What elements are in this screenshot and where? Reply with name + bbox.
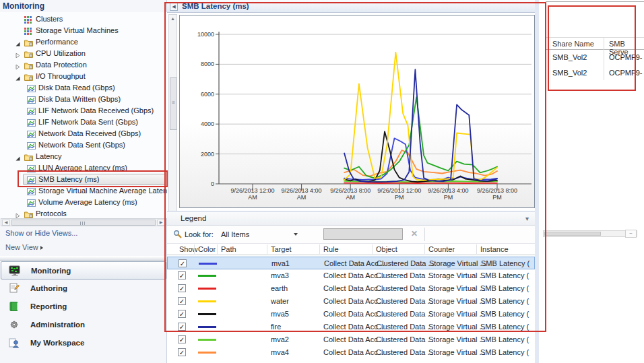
dropdown-arrow-icon[interactable] [294,233,298,236]
show-checkbox[interactable]: ✓ [178,284,186,292]
tree-item-lun-average-latency-ms[interactable]: LUN Average Latency (ms) [0,162,167,174]
chart-icon [27,165,36,172]
main-scrollbar-thumb[interactable]: ≡ [170,77,177,130]
tree-item-cpu-utilization[interactable]: CPU Utilization [0,48,167,59]
share-table-header: Share Name SMB Serve [546,37,644,50]
tree-item-disk-data-written-gbps[interactable]: Disk Data Written (Gbps) [0,94,167,105]
tree-horizontal-scrollbar[interactable]: ◀ ▶ [1,218,166,226]
tree-item-storage-virtual-machine-average-latency-ms[interactable]: Storage Virtual Machine Average Latency … [0,185,167,197]
workspace-button-authoring[interactable]: Authoring [1,279,166,298]
series-color-swatch [198,313,216,315]
legend-column-counter[interactable]: Counter [428,245,455,253]
legend-column-target[interactable]: Target [271,245,292,253]
tree-item-label: Disk Data Read (Gbps) [38,82,115,94]
tree-expanded-arrow-icon[interactable] [15,156,21,162]
legend-row-earth[interactable]: ✓earthCollect Data Acc...Clustered Data … [167,282,535,295]
details-scrollbar-thumb[interactable] [544,232,601,236]
legend-column-object[interactable]: Object [376,245,397,253]
legend-row-water[interactable]: ✓waterCollect Data Acc...Clustered Data … [167,295,535,308]
cell-rule: Collect Data Acc... [323,271,384,279]
filter-text-input[interactable] [323,228,403,240]
share-table-row[interactable]: SMB_Vol2OCPMF9- [546,51,644,66]
series-color-swatch [198,288,216,290]
tree-item-label: Latency [36,151,62,162]
legend-column-rule[interactable]: Rule [323,245,339,253]
tree-expanded-arrow-icon[interactable] [15,41,21,47]
tree-item-label: Network Data Sent (Gbps) [38,139,125,151]
tree-item-label: I/O Throughput [36,71,86,82]
legend-column-path[interactable]: Path [221,245,236,253]
workspace-button-reporting[interactable]: Reporting [1,298,166,316]
legend-row-mva1[interactable]: ✓mva1Collect Data Acc...Clustered Data .… [167,257,535,269]
pane-resize-button[interactable]: − [625,230,637,238]
clear-filter-icon[interactable]: ✕ [411,229,418,238]
legend-row-mva3[interactable]: ✓mva3Collect Data Acc...Clustered Data .… [167,269,535,282]
workspace-button-my-workspace[interactable]: My Workspace [1,334,166,352]
legend-header-bar[interactable]: Legend ▾ [167,211,535,226]
series-color-swatch [198,326,216,328]
legend-column-color[interactable]: Color [198,245,216,253]
chevron-down-icon[interactable]: ▾ [525,215,529,222]
tree-item-lif-network-data-received-gbps[interactable]: LIF Network Data Received (Gbps) [0,105,167,117]
series-color-swatch [199,263,217,265]
folder-icon [24,211,33,218]
cell-counter: Storage Virtual ... [428,323,486,331]
new-view-link[interactable]: New View [5,243,43,251]
svg-text:AM: AM [346,194,355,201]
tree-collapsed-arrow-icon[interactable] [15,53,21,59]
scroll-right-arrow-icon[interactable]: ▶ [157,220,165,226]
toolbar-separator [424,228,425,241]
smb-server-cell: OCPMF9- [609,53,643,61]
workspace-button-monitoring[interactable]: Monitoring [1,261,166,279]
legend-column-show[interactable]: Show [179,245,198,253]
show-checkbox[interactable]: ✓ [178,297,186,305]
main-vertical-scrollbar[interactable]: ▲ ≡ ▼ [168,14,177,219]
tree-item-lif-network-data-sent-gbps[interactable]: LIF Network Data Sent (Gbps) [0,117,167,128]
show-checkbox[interactable]: ✓ [178,348,186,356]
tree-item-performance[interactable]: Performance [0,36,167,48]
svg-text:2000: 2000 [201,151,214,158]
scroll-up-arrow-icon[interactable]: ▲ [169,16,176,21]
tree-scrollbar-thumb[interactable] [11,220,156,226]
show-or-hide-views-link[interactable]: Show or Hide Views... [5,229,77,237]
workspace-button-administration[interactable]: Administration [1,316,166,334]
cell-counter: Storage Virtual ... [428,310,486,318]
tree-item-storage-virtual-machines[interactable]: Storage Virtual Machines [0,25,167,36]
collapse-pane-button[interactable]: ◀ [170,2,178,11]
legend-column-instance[interactable]: Instance [480,245,509,253]
show-checkbox[interactable]: ✓ [178,271,186,279]
tree-item-i-o-throughput[interactable]: I/O Throughput [0,71,167,82]
show-checkbox[interactable]: ✓ [178,335,186,343]
cell-object: Clustered Data ... [376,284,434,292]
pane-splitter[interactable] [0,256,166,261]
tree-expanded-arrow-icon[interactable] [15,75,21,81]
show-checkbox[interactable]: ✓ [178,323,186,331]
share-name-column-header[interactable]: Share Name [552,40,594,48]
details-horizontal-scrollbar[interactable] [543,230,637,237]
tree-item-network-data-received-gbps[interactable]: Network Data Received (Gbps) [0,128,167,139]
legend-row-mva2[interactable]: ✓mva2Collect Data Acc...Clustered Data .… [167,333,535,346]
show-checkbox[interactable]: ✓ [179,259,187,267]
submenu-arrow-icon [40,246,43,250]
tree-item-volume-average-latency-ms[interactable]: Volume Average Latency (ms) [0,197,167,208]
tree-item-clusters[interactable]: Clusters [0,13,167,25]
legend-row-mva4[interactable]: ✓mva4Collect Data Acc...Clustered Data .… [167,346,535,359]
show-checkbox[interactable]: ✓ [178,310,186,318]
tree-item-data-protection[interactable]: Data Protection [0,59,167,71]
tree-item-network-data-sent-gbps[interactable]: Network Data Sent (Gbps) [0,139,167,151]
column-divider [372,244,373,254]
tree-item-latency[interactable]: Latency [0,151,167,162]
chart-icon [27,85,36,92]
tree-item-disk-data-read-gbps[interactable]: Disk Data Read (Gbps) [0,82,167,94]
cell-counter: Storage Virtual ... [428,348,486,356]
share-table-row[interactable]: SMB_Vol2OCPMF9- [546,66,644,81]
tree-item-smb-latency-ms[interactable]: SMB Latency (ms) [0,174,167,185]
filter-dropdown[interactable]: All Items [221,230,249,238]
cell-instance: SMB Latency ( [480,335,529,343]
tree-collapsed-arrow-icon[interactable] [15,64,21,70]
workspace-button-label: My Workspace [30,334,84,352]
cell-counter: Storage Virtual ... [428,297,486,305]
scroll-left-arrow-icon[interactable]: ◀ [2,220,10,226]
legend-row-fire[interactable]: ✓fireCollect Data Acc...Clustered Data .… [167,321,535,333]
legend-row-mva5[interactable]: ✓mva5Collect Data Acc...Clustered Data .… [167,308,535,321]
